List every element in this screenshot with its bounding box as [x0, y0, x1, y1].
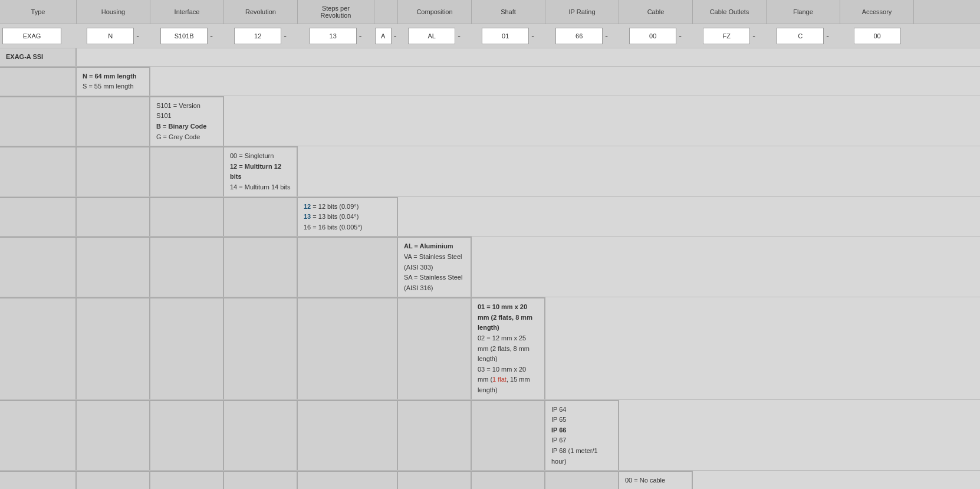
header-housing-label: Housing	[101, 8, 125, 15]
header-cable-label: Cable	[647, 8, 665, 15]
value-iprating: 66	[575, 32, 583, 40]
comp-bracket-2	[77, 237, 150, 297]
value-box-type[interactable]: EXAG	[2, 28, 61, 44]
value-cell-a: A -	[374, 28, 398, 44]
header-cableoutlets-label: Cable Outlets	[710, 8, 749, 15]
shaft-bracket-2	[77, 297, 150, 399]
shaft-line-0: 01 = 10 mm x 20 mm (2 flats, 8 mm length…	[478, 302, 538, 333]
value-box-accessory[interactable]: 00	[854, 28, 901, 44]
value-cell-steps: 13 -	[298, 28, 374, 44]
col-header-iprating: IP Rating	[545, 0, 619, 24]
value-box-composition[interactable]: AL	[408, 28, 455, 44]
ip-bracket-4	[224, 400, 298, 471]
header-revolution-label: Revolution	[245, 8, 276, 15]
value-box-shaft[interactable]: 01	[482, 28, 529, 44]
value-cell-flange: C -	[767, 28, 840, 44]
shaft-line-1: 02 = 12 mm x 25 mm (2 flats, 8 mm length…	[478, 333, 538, 365]
sep-flange: -	[825, 31, 830, 41]
value-composition: AL	[427, 32, 435, 40]
revolution-info-content: 00 = Singleturn 12 = Multiturn 12 bits 1…	[224, 146, 298, 196]
sep-cableoutlets: -	[751, 31, 757, 41]
value-cell-accessory: 00	[840, 28, 914, 44]
shaft-info-section: 01 = 10 mm x 20 mm (2 flats, 8 mm length…	[0, 297, 980, 399]
steps-bracket-3	[150, 197, 224, 237]
ip-spacer	[619, 400, 980, 471]
revolution-bracket-3	[150, 146, 224, 196]
ip-bracket-2	[77, 400, 150, 471]
shaft-info-content: 01 = 10 mm x 20 mm (2 flats, 8 mm length…	[472, 297, 545, 399]
ip-bracket-7	[472, 400, 545, 471]
value-type: EXAG	[23, 32, 41, 40]
comp-line-2: SA = Stainless Steel (AISI 316)	[404, 273, 465, 293]
value-a: A	[381, 32, 385, 40]
value-box-iprating[interactable]: 66	[555, 28, 603, 44]
value-box-cableoutlets[interactable]: FZ	[703, 28, 750, 44]
housing-info-section: N = 64 mm length S = 55 mm length	[0, 67, 980, 96]
steps-line-0: 12 = 12 bits (0.09°)	[304, 202, 391, 212]
col-header-flange: Flange	[767, 0, 840, 24]
cable-line-0: 00 = No cable	[625, 475, 686, 486]
revolution-line-1: 12 = Multiturn 12 bits	[230, 162, 291, 182]
value-cell-type: EXAG	[0, 28, 77, 44]
composition-info-content: AL = Aluminium VA = Stainless Steel (AIS…	[398, 237, 472, 297]
value-cell-iprating: 66 -	[545, 28, 619, 44]
revolution-info-section: 00 = Singleturn 12 = Multiturn 12 bits 1…	[0, 146, 980, 196]
cable-info-content: 00 = No cable	[619, 471, 693, 489]
comp-bracket-4	[224, 237, 298, 297]
value-box-flange[interactable]: C	[777, 28, 824, 44]
value-box-a[interactable]: A	[375, 28, 392, 44]
header-type-label: Type	[31, 8, 45, 15]
steps-line-2: 16 = 16 bits (0.005°)	[304, 222, 391, 233]
steps-spacer	[398, 197, 980, 237]
value-box-steps[interactable]: 13	[310, 28, 357, 44]
col-header-composition: Composition	[398, 0, 472, 24]
col-header-cable: Cable	[619, 0, 693, 24]
shaft-spacer	[545, 297, 980, 399]
value-shaft: 01	[502, 32, 509, 40]
type-info-content: EXAG-A SSI	[0, 48, 77, 66]
header-flange-label: Flange	[793, 8, 813, 15]
header-interface-label: Interface	[175, 8, 200, 15]
interface-bracket-2	[77, 96, 150, 146]
col-header-shaft: Shaft	[472, 0, 545, 24]
revolution-line-0: 00 = Singleturn	[230, 151, 291, 162]
shaft-bracket-5	[298, 297, 398, 399]
cable-bracket-7	[472, 471, 545, 489]
sep-revolution: -	[282, 31, 288, 41]
ip-line-4: IP 68 (1 meter/1 hour)	[551, 446, 612, 467]
housing-spacer	[150, 67, 980, 96]
sep-housing: -	[135, 31, 140, 41]
col-header-type: Type	[0, 0, 77, 24]
value-cell-housing: N -	[77, 28, 150, 44]
housing-bracket-left	[0, 67, 77, 96]
interface-line-0: S101 = Version S101	[156, 101, 217, 122]
shaft-line-2: 03 = 10 mm x 20 mm (1 flat, 15 mm length…	[478, 365, 538, 396]
header-accessory-label: Accessory	[862, 8, 892, 15]
ip-line-2: IP 66	[551, 425, 612, 436]
cable-bracket-8	[545, 471, 619, 489]
steps-bracket-4	[224, 197, 298, 237]
value-box-housing[interactable]: N	[87, 28, 134, 44]
col-header-a	[374, 0, 398, 24]
value-box-cable[interactable]: 00	[629, 28, 676, 44]
value-cable: 00	[649, 32, 656, 40]
value-housing: N	[108, 32, 113, 40]
sep-shaft: -	[530, 31, 535, 41]
cable-bracket-4	[224, 471, 298, 489]
cable-bracket-6	[398, 471, 472, 489]
type-info-spacer	[77, 48, 980, 66]
revolution-line-2: 14 = Multiturn 14 bits	[230, 182, 291, 193]
value-revolution: 12	[254, 32, 261, 40]
steps-line-1: 13 = 13 bits (0.04°)	[304, 212, 391, 222]
housing-info-content: N = 64 mm length S = 55 mm length	[77, 67, 150, 96]
header-shaft-label: Shaft	[501, 8, 516, 15]
type-info-section: EXAG-A SSI	[0, 48, 980, 67]
interface-info-content: S101 = Version S101 B = Binary Code G = …	[150, 96, 224, 146]
comp-line-0: AL = Aluminium	[404, 241, 465, 252]
col-header-revolution: Revolution	[224, 0, 298, 24]
comp-line-1: VA = Stainless Steel (AISI 303)	[404, 252, 465, 273]
cable-info-section: 00 = No cable	[0, 471, 980, 489]
col-header-interface: Interface	[150, 0, 224, 24]
value-box-revolution[interactable]: 12	[234, 28, 281, 44]
value-box-interface[interactable]: S101B	[160, 28, 208, 44]
